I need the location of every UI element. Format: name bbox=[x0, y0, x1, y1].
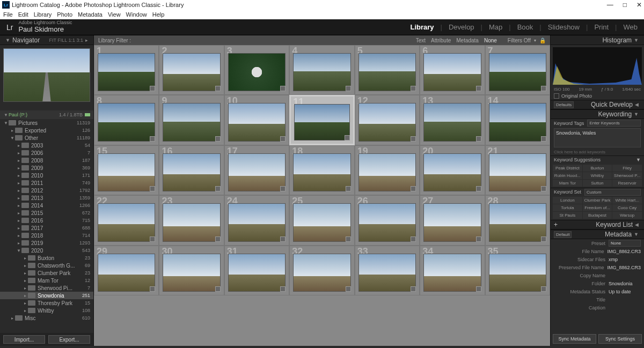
badge-icon[interactable] bbox=[541, 186, 546, 191]
metadata-preset-row[interactable]: Preset None bbox=[551, 239, 644, 247]
module-slideshow[interactable]: Slideshow bbox=[548, 23, 580, 31]
folder-row[interactable]: ▸Sherwood Pi...7 bbox=[0, 284, 93, 292]
badge-icon[interactable] bbox=[280, 286, 286, 292]
metadata-header[interactable]: Default Metadata▼ bbox=[551, 229, 644, 239]
grid-cell[interactable]: 35 bbox=[485, 246, 550, 295]
chevron-icon[interactable]: ▸ bbox=[16, 166, 21, 171]
metadata-row[interactable]: Sidecar Filesxmp bbox=[551, 255, 644, 263]
chevron-icon[interactable]: ▸ bbox=[16, 173, 21, 178]
chevron-icon[interactable]: ▸ bbox=[16, 188, 21, 193]
chevron-icon[interactable]: ▸ bbox=[16, 151, 21, 156]
keyword-chip[interactable]: White Hart... bbox=[612, 197, 642, 204]
badge-icon[interactable] bbox=[215, 186, 221, 191]
keyword-chip[interactable]: Tortola bbox=[553, 204, 582, 211]
badge-icon[interactable] bbox=[411, 136, 416, 142]
grid-cell[interactable]: 14 bbox=[485, 95, 550, 145]
minimize-icon[interactable]: — bbox=[607, 1, 613, 9]
navigator-preview[interactable] bbox=[3, 48, 90, 102]
menu-edit[interactable]: Edit bbox=[18, 11, 28, 18]
folder-row[interactable]: ▸Thoresby Park15 bbox=[0, 299, 93, 307]
badge-icon[interactable] bbox=[346, 236, 351, 242]
keyword-chip[interactable]: Whitby bbox=[583, 172, 612, 179]
badge-icon[interactable] bbox=[346, 186, 351, 191]
navigator-header[interactable]: ▼ Navigator FIT FILL 1:1 3:1 ▸ bbox=[0, 35, 93, 45]
grid-cell[interactable]: 19 bbox=[355, 145, 420, 195]
grid-cell[interactable]: 15 bbox=[94, 145, 159, 195]
badge-icon[interactable] bbox=[150, 236, 155, 242]
grid-cell[interactable]: 16 bbox=[159, 145, 224, 195]
badge-icon[interactable] bbox=[346, 286, 351, 292]
keyword-chip[interactable]: London bbox=[553, 197, 582, 204]
grid-cell[interactable]: 5 bbox=[355, 45, 420, 95]
chevron-icon[interactable]: ▸ bbox=[16, 203, 21, 208]
badge-icon[interactable] bbox=[541, 86, 546, 91]
grid-cell[interactable]: 1 bbox=[94, 45, 159, 95]
grid-cell[interactable]: 25 bbox=[289, 195, 354, 245]
badge-icon[interactable] bbox=[215, 86, 221, 91]
badge-icon[interactable] bbox=[215, 136, 221, 142]
grid-cell[interactable]: 9 bbox=[159, 95, 224, 145]
folder-row[interactable]: ▸2010171 bbox=[0, 172, 93, 179]
grid-cell[interactable]: 13 bbox=[420, 95, 485, 145]
badge-icon[interactable] bbox=[215, 286, 221, 292]
folder-row[interactable]: ▼Other11189 bbox=[0, 134, 93, 142]
metadata-row[interactable]: Metadata StatusUp to date bbox=[551, 287, 644, 295]
chevron-icon[interactable]: ▼ bbox=[3, 121, 9, 125]
keyword-chip[interactable]: Freedom of... bbox=[583, 204, 612, 211]
lock-icon[interactable]: 🔒 bbox=[539, 38, 546, 43]
histogram[interactable] bbox=[553, 47, 642, 85]
folder-row[interactable]: ▸Chatsworth G...69 bbox=[0, 262, 93, 269]
photo-grid[interactable]: 1234567891011121314151617181920212223242… bbox=[94, 45, 550, 346]
badge-icon[interactable] bbox=[476, 286, 481, 292]
grid-cell[interactable]: 3 bbox=[224, 45, 289, 95]
filter-tab-text[interactable]: Text bbox=[416, 38, 426, 43]
chevron-icon[interactable]: ▸ bbox=[16, 143, 21, 148]
badge-icon[interactable] bbox=[476, 236, 481, 242]
keyword-chip[interactable]: Warsop bbox=[612, 212, 642, 219]
folder-row[interactable]: ▸Whitby108 bbox=[0, 307, 93, 314]
filter-tab-attribute[interactable]: Attribute bbox=[431, 38, 451, 43]
grid-cell[interactable]: 12 bbox=[355, 95, 420, 145]
grid-cell[interactable]: 23 bbox=[159, 195, 224, 245]
grid-cell[interactable]: 30 bbox=[159, 246, 224, 295]
chevron-icon[interactable]: ▸ bbox=[10, 316, 15, 321]
chevron-icon[interactable]: ▸ bbox=[23, 308, 28, 313]
folder-row[interactable]: ▸20191293 bbox=[0, 239, 93, 247]
folder-row[interactable]: ▸20121792 bbox=[0, 187, 93, 194]
menu-window[interactable]: Window bbox=[126, 11, 147, 18]
grid-cell[interactable]: 27 bbox=[420, 195, 485, 245]
metadata-row[interactable]: Copy Name bbox=[551, 271, 644, 279]
grid-cell[interactable]: 29 bbox=[94, 246, 159, 295]
folder-row[interactable]: ▸Exported126 bbox=[0, 127, 93, 134]
chevron-icon[interactable]: ▸ bbox=[23, 263, 28, 268]
chevron-icon[interactable]: ▸ bbox=[16, 241, 21, 246]
folder-row[interactable]: ▸Misc610 bbox=[0, 314, 93, 322]
keyword-chip[interactable]: Buxton bbox=[583, 165, 612, 172]
keyword-list-header[interactable]: + Keyword List◀ bbox=[551, 220, 644, 229]
folder-row[interactable]: ▸2015672 bbox=[0, 209, 93, 217]
folder-row[interactable]: ▼Pictures11319 bbox=[0, 119, 93, 127]
import-button[interactable]: Import... bbox=[3, 335, 45, 344]
badge-icon[interactable] bbox=[541, 236, 546, 242]
keyword-hint[interactable]: Click here to add keywords bbox=[551, 149, 644, 156]
badge-icon[interactable] bbox=[411, 86, 416, 91]
grid-cell[interactable]: 24 bbox=[224, 195, 289, 245]
chevron-icon[interactable]: ▼ bbox=[10, 136, 15, 140]
folder-row[interactable]: ▸Clumber Park23 bbox=[0, 269, 93, 277]
grid-cell[interactable]: 22 bbox=[94, 195, 159, 245]
chevron-icon[interactable]: ▸ bbox=[16, 233, 21, 238]
metadata-row[interactable]: Preserved File NameIMG_8862.CR3 bbox=[551, 263, 644, 271]
chevron-icon[interactable]: ▸ bbox=[16, 226, 21, 231]
chevron-icon[interactable]: ▸ bbox=[23, 256, 28, 261]
chevron-icon[interactable]: ▸ bbox=[23, 271, 28, 276]
badge-icon[interactable] bbox=[150, 286, 155, 292]
module-book[interactable]: Book bbox=[517, 23, 533, 31]
module-print[interactable]: Print bbox=[594, 23, 609, 31]
folder-row[interactable]: ▸2009369 bbox=[0, 164, 93, 172]
chevron-icon[interactable]: ▸ bbox=[10, 128, 15, 133]
chevron-icon[interactable]: ▸ bbox=[16, 211, 21, 216]
keyword-set-row[interactable]: Keyword Set Custom bbox=[551, 188, 644, 196]
chevron-icon[interactable]: ▸ bbox=[23, 293, 28, 298]
metadata-row[interactable]: Title bbox=[551, 295, 644, 303]
close-icon[interactable]: ✕ bbox=[636, 1, 642, 9]
